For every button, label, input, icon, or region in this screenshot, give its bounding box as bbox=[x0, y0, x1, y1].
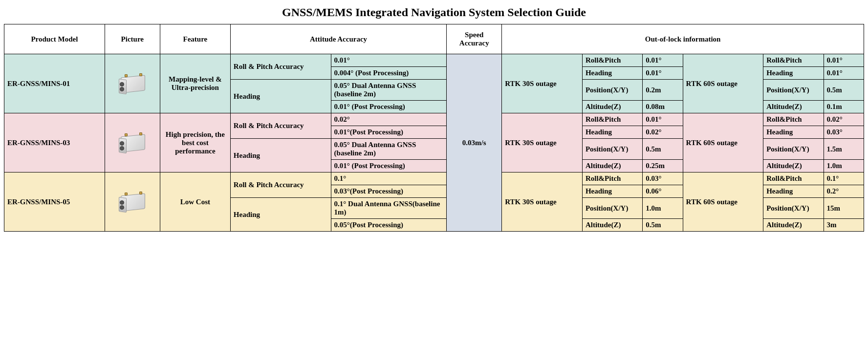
att-value: 0.1° Dual Antenna GNSS(baseline 1m) bbox=[331, 198, 447, 219]
param-value: 0.08m bbox=[643, 101, 683, 113]
param-label: Roll&Pitch bbox=[763, 54, 824, 67]
picture-cell bbox=[105, 172, 160, 232]
col-attitude: Attitude Accuracy bbox=[230, 24, 446, 54]
param-label: Position(X/Y) bbox=[582, 198, 642, 219]
att-value: 0.1° bbox=[331, 172, 447, 185]
model-cell: ER-GNSS/MINS-05 bbox=[4, 172, 105, 232]
att-value: 0.01°(Post Processing) bbox=[331, 126, 447, 139]
att-roll-pitch-label: Roll & Pitch Accuracy bbox=[230, 172, 331, 198]
device-icon bbox=[118, 191, 147, 213]
att-value: 0.01° (Post Processing) bbox=[331, 101, 447, 113]
feature-cell: Mapping-level & Ultra-precision bbox=[160, 54, 230, 113]
param-value: 1.0m bbox=[643, 198, 683, 219]
param-label: Heading bbox=[763, 67, 824, 80]
param-label: Roll&Pitch bbox=[763, 113, 824, 126]
att-heading-label: Heading bbox=[230, 198, 331, 232]
param-label: Position(X/Y) bbox=[582, 139, 642, 160]
param-label: Roll&Pitch bbox=[582, 113, 642, 126]
att-heading-label: Heading bbox=[230, 80, 331, 113]
rtk60-label: RTK 60S outage bbox=[683, 172, 763, 232]
param-label: Altitude(Z) bbox=[582, 219, 642, 232]
param-value: 0.5m bbox=[643, 219, 683, 232]
param-label: Altitude(Z) bbox=[763, 101, 824, 113]
param-value: 0.02° bbox=[643, 126, 683, 139]
param-value: 0.2° bbox=[824, 185, 864, 198]
model-cell: ER-GNSS/MINS-03 bbox=[4, 113, 105, 172]
feature-cell: Low Cost bbox=[160, 172, 230, 232]
picture-cell bbox=[105, 54, 160, 113]
att-value: 0.01° bbox=[331, 54, 447, 67]
param-value: 0.01° bbox=[643, 54, 683, 67]
table-row: ER-GNSS/MINS-03 High precision, the best… bbox=[4, 113, 864, 126]
param-label: Roll&Pitch bbox=[582, 172, 642, 185]
device-icon bbox=[118, 131, 147, 154]
rtk30-label: RTK 30S outage bbox=[502, 172, 583, 232]
param-value: 0.01° bbox=[643, 113, 683, 126]
att-value: 0.05° Dual Antenna GNSS (baseline 2m) bbox=[331, 80, 447, 101]
param-label: Altitude(Z) bbox=[582, 160, 642, 172]
selection-table: Product Model Picture Feature Attitude A… bbox=[4, 24, 864, 232]
param-value: 0.01° bbox=[643, 67, 683, 80]
table-row: ER-GNSS/MINS-01 Mapping-level & Ultra-pr… bbox=[4, 54, 864, 67]
param-value: 1.5m bbox=[824, 139, 864, 160]
rtk30-label: RTK 30S outage bbox=[502, 113, 583, 172]
table-row: ER-GNSS/MINS-05 Low Cost Roll & Pitch Ac… bbox=[4, 172, 864, 185]
param-label: Heading bbox=[582, 126, 642, 139]
param-value: 0.1m bbox=[824, 101, 864, 113]
rtk60-label: RTK 60S outage bbox=[683, 54, 763, 113]
param-value: 0.01° bbox=[824, 67, 864, 80]
param-value: 3m bbox=[824, 219, 864, 232]
param-value: 0.2m bbox=[643, 80, 683, 101]
param-label: Altitude(Z) bbox=[763, 160, 824, 172]
model-cell: ER-GNSS/MINS-01 bbox=[4, 54, 105, 113]
param-label: Roll&Pitch bbox=[582, 54, 642, 67]
att-roll-pitch-label: Roll & Pitch Accuracy bbox=[230, 54, 331, 80]
col-outoflock: Out-of-lock information bbox=[502, 24, 864, 54]
param-value: 0.5m bbox=[643, 139, 683, 160]
feature-cell: High precision, the best cost performanc… bbox=[160, 113, 230, 172]
att-value: 0.03°(Post Processing) bbox=[331, 185, 447, 198]
param-label: Heading bbox=[582, 67, 642, 80]
param-label: Heading bbox=[763, 185, 824, 198]
param-value: 0.03° bbox=[824, 126, 864, 139]
col-feature: Feature bbox=[160, 24, 230, 54]
param-label: Heading bbox=[763, 126, 824, 139]
speed-cell: 0.03m/s bbox=[447, 54, 502, 232]
param-value: 0.03° bbox=[643, 172, 683, 185]
att-value: 0.004° (Post Processing) bbox=[331, 67, 447, 80]
rtk30-label: RTK 30S outage bbox=[502, 54, 583, 113]
param-value: 0.1° bbox=[824, 172, 864, 185]
att-value: 0.02° bbox=[331, 113, 447, 126]
col-picture: Picture bbox=[105, 24, 160, 54]
param-label: Position(X/Y) bbox=[763, 198, 824, 219]
param-label: Altitude(Z) bbox=[582, 101, 642, 113]
param-value: 0.02° bbox=[824, 113, 864, 126]
page-title: GNSS/MEMS Integrated Navigation System S… bbox=[4, 6, 864, 19]
param-label: Position(X/Y) bbox=[582, 80, 642, 101]
rtk60-label: RTK 60S outage bbox=[683, 113, 763, 172]
att-value: 0.01° (Post Processing) bbox=[331, 160, 447, 172]
param-label: Heading bbox=[582, 185, 642, 198]
att-value: 0.05°(Post Processing) bbox=[331, 219, 447, 232]
att-heading-label: Heading bbox=[230, 139, 331, 172]
param-value: 0.25m bbox=[643, 160, 683, 172]
header-row: Product Model Picture Feature Attitude A… bbox=[4, 24, 864, 54]
param-label: Altitude(Z) bbox=[763, 219, 824, 232]
param-value: 15m bbox=[824, 198, 864, 219]
col-model: Product Model bbox=[4, 24, 105, 54]
param-value: 0.01° bbox=[824, 54, 864, 67]
param-value: 1.0m bbox=[824, 160, 864, 172]
param-label: Position(X/Y) bbox=[763, 139, 824, 160]
param-label: Roll&Pitch bbox=[763, 172, 824, 185]
device-icon bbox=[118, 72, 147, 95]
att-roll-pitch-label: Roll & Pitch Accuracy bbox=[230, 113, 331, 139]
param-value: 0.5m bbox=[824, 80, 864, 101]
att-value: 0.05° Dual Antenna GNSS (baseline 2m) bbox=[331, 139, 447, 160]
param-label: Position(X/Y) bbox=[763, 80, 824, 101]
picture-cell bbox=[105, 113, 160, 172]
param-value: 0.06° bbox=[643, 185, 683, 198]
col-speed: Speed Accuracy bbox=[447, 24, 502, 54]
